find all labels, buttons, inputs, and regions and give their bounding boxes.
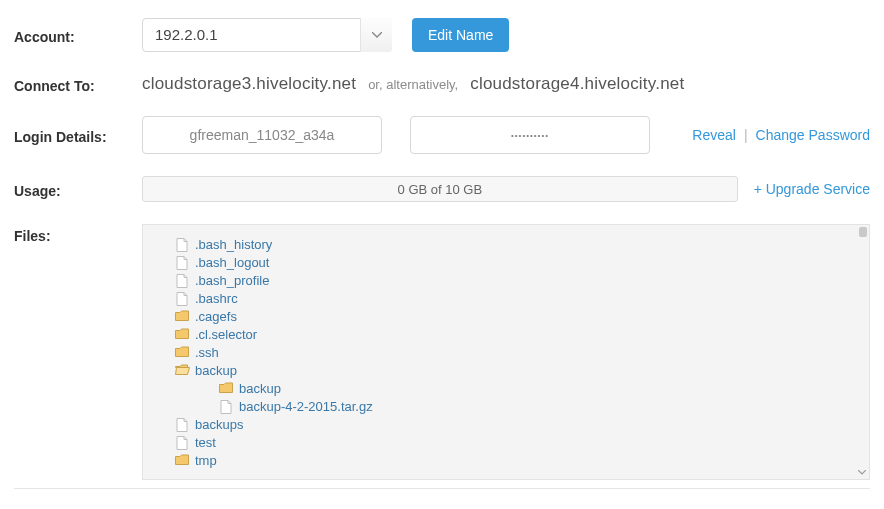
file-icon	[175, 238, 189, 251]
folder-open-icon	[175, 364, 189, 377]
file-icon	[175, 274, 189, 287]
tree-item[interactable]: test	[175, 433, 855, 451]
files-label: Files:	[14, 224, 142, 244]
tree-item-label: .cl.selector	[195, 327, 257, 342]
tree-item[interactable]: tmp	[175, 451, 855, 469]
tree-item[interactable]: backup	[219, 379, 855, 397]
files-panel[interactable]: .bash_history.bash_logout.bash_profile.b…	[142, 224, 870, 480]
divider-bottom	[14, 488, 870, 489]
tree-item[interactable]: .cl.selector	[175, 325, 855, 343]
login-details-label: Login Details:	[14, 125, 142, 145]
tree-item-label: .bash_logout	[195, 255, 269, 270]
file-tree[interactable]: .bash_history.bash_logout.bash_profile.b…	[175, 235, 855, 469]
tree-item-label: .bash_history	[195, 237, 272, 252]
tree-item-label: .cagefs	[195, 309, 237, 324]
tree-item-label: .ssh	[195, 345, 219, 360]
file-icon	[175, 436, 189, 449]
tree-item-label: .bash_profile	[195, 273, 269, 288]
usage-label: Usage:	[14, 179, 142, 199]
upgrade-service-link[interactable]: + Upgrade Service	[754, 181, 870, 197]
account-select[interactable]: 192.2.0.1	[142, 18, 392, 52]
tree-item[interactable]: .ssh	[175, 343, 855, 361]
tree-item[interactable]: backup-4-2-2015.tar.gz	[219, 397, 855, 415]
reveal-link[interactable]: Reveal	[692, 127, 736, 143]
file-icon	[175, 256, 189, 269]
usage-bar: 0 GB of 10 GB	[142, 176, 738, 202]
scroll-down-icon[interactable]	[857, 467, 867, 477]
folder-icon	[219, 382, 233, 395]
tree-item[interactable]: .bash_history	[175, 235, 855, 253]
account-value: 192.2.0.1	[142, 18, 392, 52]
tree-item-label: test	[195, 435, 216, 450]
account-label: Account:	[14, 25, 142, 45]
chevron-down-icon[interactable]	[360, 18, 392, 52]
password-field[interactable]: ••••••••••	[410, 116, 650, 154]
change-password-link[interactable]: Change Password	[756, 127, 870, 143]
file-icon	[219, 400, 233, 413]
tree-item[interactable]: .bash_profile	[175, 271, 855, 289]
tree-item-label: backups	[195, 417, 243, 432]
username-field[interactable]	[142, 116, 382, 154]
file-icon	[175, 418, 189, 431]
tree-item[interactable]: .cagefs	[175, 307, 855, 325]
usage-text: 0 GB of 10 GB	[398, 182, 483, 197]
edit-name-button[interactable]: Edit Name	[412, 18, 509, 52]
tree-item[interactable]: .bash_logout	[175, 253, 855, 271]
folder-icon	[175, 346, 189, 359]
folder-icon	[175, 310, 189, 323]
divider: |	[744, 127, 748, 143]
connect-to-label: Connect To:	[14, 74, 142, 94]
or-text: or, alternatively,	[368, 77, 458, 92]
tree-item-label: backup	[239, 381, 281, 396]
folder-icon	[175, 328, 189, 341]
tree-item[interactable]: backupbackupbackup-4-2-2015.tar.gz	[175, 361, 855, 415]
tree-item[interactable]: backups	[175, 415, 855, 433]
primary-host: cloudstorage3.hivelocity.net	[142, 74, 356, 94]
scrollbar-thumb[interactable]	[859, 227, 867, 237]
alt-host: cloudstorage4.hivelocity.net	[470, 74, 684, 94]
file-icon	[175, 292, 189, 305]
tree-item-label: backup	[195, 363, 237, 378]
tree-item-label: tmp	[195, 453, 217, 468]
tree-item-label: backup-4-2-2015.tar.gz	[239, 399, 373, 414]
folder-icon	[175, 454, 189, 467]
tree-item[interactable]: .bashrc	[175, 289, 855, 307]
tree-item-label: .bashrc	[195, 291, 238, 306]
